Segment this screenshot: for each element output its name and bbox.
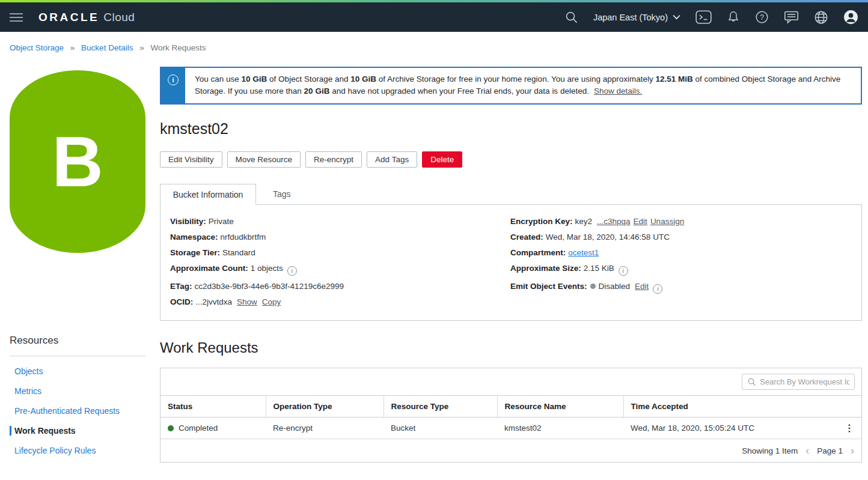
field-compartment: Compartment:ocetest1: [510, 248, 861, 258]
compartment-link[interactable]: ocetest1: [568, 248, 599, 257]
main-content: i You can use 10 GiB of Object Storage a…: [160, 67, 862, 463]
encryption-key-link[interactable]: ...c3hpqa: [597, 217, 631, 226]
ocid-copy-link[interactable]: Copy: [262, 297, 281, 306]
resources-divider: [10, 356, 145, 356]
resources-section: Resources Objects Metrics Pre-Authentica…: [10, 335, 145, 455]
delete-button[interactable]: Delete: [422, 151, 462, 168]
add-tags-button[interactable]: Add Tags: [367, 151, 417, 168]
field-label: Approximate Count:: [170, 264, 248, 273]
field-encryption-key: Encryption Key:key2...c3hpqaEditUnassign: [510, 217, 861, 226]
banner-bold: 10 GiB: [242, 74, 267, 84]
field-storage-tier: Storage Tier:Standard: [170, 248, 510, 258]
help-icon[interactable]: ?: [755, 10, 769, 24]
region-selector[interactable]: Japan East (Tokyo): [593, 13, 680, 22]
ocid-show-link[interactable]: Show: [237, 297, 257, 306]
feedback-icon[interactable]: [784, 10, 799, 24]
field-value: Standard: [222, 248, 255, 257]
column-resource-name: Resource Name: [497, 396, 623, 418]
field-label: Created:: [510, 232, 543, 242]
field-visibility: Visibility:Private: [170, 217, 510, 226]
field-label: Namespace:: [170, 232, 218, 242]
hamburger-menu-icon[interactable]: [10, 13, 23, 22]
status-text: Completed: [179, 424, 218, 433]
banner-segment: of Archive Storage for free in your home…: [376, 74, 656, 84]
breadcrumb: Object Storage » Bucket Details » Work R…: [10, 43, 868, 52]
show-details-link[interactable]: Show details.: [594, 87, 642, 96]
tab-bucket-information[interactable]: Bucket Information: [160, 184, 256, 205]
resources-title: Resources: [10, 335, 145, 347]
banner-bold: 20 GiB: [304, 87, 330, 96]
column-time-accepted: Time Accepted: [623, 396, 861, 418]
showing-count: Showing 1 Item: [742, 446, 798, 455]
sidebar-item-label[interactable]: Work Requests: [10, 426, 76, 436]
emit-events-edit-link[interactable]: Edit: [635, 282, 649, 291]
user-avatar-icon[interactable]: [843, 10, 858, 25]
sidebar-item-lifecycle-policy-rules[interactable]: Lifecycle Policy Rules: [10, 446, 145, 455]
encryption-key-edit-link[interactable]: Edit: [634, 217, 647, 226]
move-resource-button[interactable]: Move Resource: [227, 151, 301, 168]
field-label: OCID:: [170, 297, 193, 306]
work-requests-title: Work Requests: [160, 339, 862, 356]
table-row[interactable]: Completed Re-encrypt Bucket kmstest02 We…: [160, 418, 861, 439]
workrequest-searchbox[interactable]: [742, 374, 855, 390]
banner-bold: 12.51 MiB: [656, 74, 693, 84]
search-icon: [747, 377, 756, 386]
row-actions-kebab-icon[interactable]: ⋮: [845, 424, 854, 433]
banner-segment: and have not upgraded when your Free Tri…: [329, 87, 589, 96]
field-created: Created:Wed, Mar 18, 2020, 14:46:58 UTC: [510, 232, 861, 242]
sidebar-item-label[interactable]: Objects: [10, 366, 43, 376]
info-icon: i: [161, 68, 185, 103]
sidebar-item-label[interactable]: Pre-Authenticated Requests: [10, 406, 120, 416]
info-icon[interactable]: i: [287, 266, 297, 276]
field-label: Emit Object Events:: [510, 282, 587, 291]
field-ocid: OCID:...2jvvtdxaShowCopy: [170, 297, 510, 307]
cell-resource-type: Bucket: [384, 418, 497, 439]
info-icon[interactable]: i: [619, 266, 628, 276]
sidebar-item-pre-authenticated-requests[interactable]: Pre-Authenticated Requests: [10, 406, 145, 416]
breadcrumb-object-storage[interactable]: Object Storage: [10, 43, 64, 52]
field-label: Approximate Size:: [510, 264, 581, 273]
table-header-row: Status Operation Type Resource Type Reso…: [160, 396, 861, 418]
sidebar-item-label[interactable]: Lifecycle Policy Rules: [10, 446, 96, 455]
table-footer: Showing 1 Item ‹ Page 1 ›: [160, 439, 861, 462]
page-prev-icon[interactable]: ‹: [805, 445, 809, 456]
edit-visibility-button[interactable]: Edit Visibility: [160, 151, 222, 168]
breadcrumb-bucket-details[interactable]: Bucket Details: [81, 43, 133, 52]
language-globe-icon[interactable]: [814, 10, 828, 25]
column-status: Status: [160, 396, 266, 418]
field-etag: ETag:cc2d3b3e-9bf3-44e6-9b3f-41219c6e299…: [170, 282, 510, 291]
disabled-status-dot: [590, 284, 596, 289]
banner-segment: You can use: [195, 74, 242, 84]
page-indicator: Page 1: [817, 446, 843, 455]
field-label: Storage Tier:: [170, 248, 220, 257]
field-value: 2.15 KiB: [584, 264, 614, 273]
re-encrypt-button[interactable]: Re-encrypt: [305, 151, 362, 168]
free-tier-info-banner: i You can use 10 GiB of Object Storage a…: [160, 67, 862, 105]
bucket-resource-icon: B: [10, 70, 145, 253]
page-next-icon[interactable]: ›: [851, 445, 854, 456]
sidebar-item-metrics[interactable]: Metrics: [10, 386, 145, 396]
svg-text:?: ?: [760, 13, 764, 22]
encryption-key-unassign-link[interactable]: Unassign: [650, 217, 684, 226]
tab-tags[interactable]: Tags: [256, 184, 308, 204]
logo-oracle-text: ORACLE: [38, 11, 99, 24]
field-emit-object-events: Emit Object Events:DisabledEditi: [510, 282, 861, 294]
bucket-letter: B: [52, 126, 103, 197]
field-value: Disabled: [599, 282, 631, 291]
sidebar-item-work-requests[interactable]: Work Requests: [10, 426, 145, 436]
top-nav-bar: ORACLE Cloud Japan East (Tokyo): [0, 2, 868, 32]
notifications-bell-icon[interactable]: [727, 10, 740, 24]
field-approximate-count: Approximate Count:1 objectsi: [170, 264, 510, 276]
search-input[interactable]: [760, 377, 849, 386]
chevron-down-icon: [673, 14, 680, 20]
sidebar-item-label[interactable]: Metrics: [10, 386, 41, 396]
info-icon[interactable]: i: [653, 284, 662, 294]
field-value: Wed, Mar 18, 2020, 14:46:58 UTC: [546, 232, 670, 242]
search-icon[interactable]: [564, 10, 578, 24]
cloud-shell-icon[interactable]: [695, 10, 712, 24]
sidebar-item-objects[interactable]: Objects: [10, 366, 145, 376]
breadcrumb-separator: »: [139, 43, 144, 52]
field-value: cc2d3b3e-9bf3-44e6-9b3f-41219c6e2999: [195, 282, 344, 291]
cell-time-accepted: Wed, Mar 18, 2020, 15:05:24 UTC⋮: [623, 418, 861, 439]
field-label: ETag:: [170, 282, 192, 291]
